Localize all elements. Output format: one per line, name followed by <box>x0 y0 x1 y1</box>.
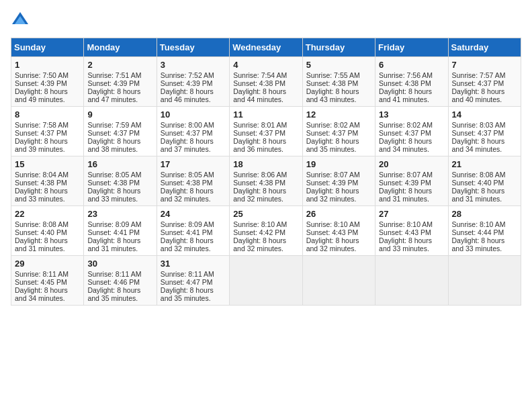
cell-text-line: and 32 minutes. <box>161 244 226 253</box>
cell-text-line: Sunrise: 8:01 AM <box>233 121 298 129</box>
cell-text-line: and 47 minutes. <box>87 95 152 103</box>
cell-text-line: Sunrise: 8:03 AM <box>452 121 517 129</box>
cell-text-line: Sunrise: 8:11 AM <box>15 270 80 278</box>
cell-text-line: and 33 minutes. <box>452 244 517 253</box>
cell-text-line: Sunrise: 8:02 AM <box>306 121 371 129</box>
day-number: 19 <box>306 159 371 169</box>
cell-text-line: Daylight: 8 hours <box>87 87 152 95</box>
calendar-cell: 22Sunrise: 8:08 AMSunset: 4:40 PMDayligh… <box>11 206 84 256</box>
calendar-cell: 4Sunrise: 7:54 AMSunset: 4:38 PMDaylight… <box>230 57 302 107</box>
calendar-cell: 23Sunrise: 8:09 AMSunset: 4:41 PMDayligh… <box>84 206 157 256</box>
calendar-cell: 24Sunrise: 8:09 AMSunset: 4:41 PMDayligh… <box>157 206 229 256</box>
calendar-cell: 3Sunrise: 7:52 AMSunset: 4:39 PMDaylight… <box>157 57 229 107</box>
cell-text-line: Sunset: 4:40 PM <box>452 179 517 187</box>
cell-text-line: and 31 minutes. <box>15 244 80 253</box>
calendar-cell: 30Sunrise: 8:11 AMSunset: 4:46 PMDayligh… <box>84 256 157 306</box>
cell-text-line: Sunset: 4:45 PM <box>15 278 80 286</box>
cell-text-line: Sunset: 4:41 PM <box>87 228 152 236</box>
calendar-week-row: 1Sunrise: 7:50 AMSunset: 4:39 PMDaylight… <box>11 57 521 107</box>
calendar-header-wednesday: Wednesday <box>230 38 302 57</box>
cell-text-line: Sunset: 4:37 PM <box>233 129 298 137</box>
cell-text-line: and 33 minutes. <box>15 195 80 203</box>
day-number: 10 <box>161 109 226 120</box>
cell-text-line: and 37 minutes. <box>161 145 226 153</box>
cell-text-line: and 43 minutes. <box>306 95 371 103</box>
calendar-cell: 12Sunrise: 8:02 AMSunset: 4:37 PMDayligh… <box>302 107 375 156</box>
logo-icon <box>11 11 30 30</box>
cell-text-line: Sunrise: 8:07 AM <box>306 171 371 179</box>
cell-text-line: and 35 minutes. <box>306 145 371 153</box>
cell-text-line: Sunset: 4:38 PM <box>233 79 298 87</box>
calendar-cell: 13Sunrise: 8:02 AMSunset: 4:37 PMDayligh… <box>375 107 448 156</box>
day-number: 28 <box>452 209 517 219</box>
cell-text-line: Sunrise: 8:09 AM <box>87 220 152 228</box>
calendar-cell: 7Sunrise: 7:57 AMSunset: 4:37 PMDaylight… <box>448 57 521 107</box>
calendar-week-row: 15Sunrise: 8:04 AMSunset: 4:38 PMDayligh… <box>11 156 521 206</box>
cell-text-line: and 32 minutes. <box>233 195 298 203</box>
day-number: 7 <box>452 60 517 70</box>
cell-text-line: Sunset: 4:47 PM <box>161 278 226 286</box>
cell-text-line: Sunrise: 8:05 AM <box>161 171 226 179</box>
cell-text-line: Sunset: 4:37 PM <box>15 129 80 137</box>
cell-text-line: Sunrise: 7:52 AM <box>161 71 226 79</box>
day-number: 4 <box>233 60 298 70</box>
cell-text-line: Sunset: 4:39 PM <box>15 79 80 87</box>
cell-text-line: and 34 minutes. <box>452 145 517 153</box>
cell-text-line: Daylight: 8 hours <box>161 286 226 294</box>
cell-text-line: Daylight: 8 hours <box>161 187 226 195</box>
cell-text-line: Sunrise: 8:10 AM <box>379 220 444 228</box>
calendar-cell: 20Sunrise: 8:07 AMSunset: 4:39 PMDayligh… <box>375 156 448 206</box>
cell-text-line: Daylight: 8 hours <box>15 286 80 294</box>
cell-text-line: and 31 minutes. <box>452 195 517 203</box>
calendar-cell: 29Sunrise: 8:11 AMSunset: 4:45 PMDayligh… <box>11 256 84 306</box>
calendar-cell: 31Sunrise: 8:11 AMSunset: 4:47 PMDayligh… <box>157 256 229 306</box>
cell-text-line: Daylight: 8 hours <box>306 187 371 195</box>
cell-text-line: Sunrise: 8:06 AM <box>233 171 298 179</box>
cell-text-line: and 35 minutes. <box>87 294 152 302</box>
cell-text-line: Daylight: 8 hours <box>379 236 444 244</box>
day-number: 15 <box>15 159 80 169</box>
cell-text-line: Daylight: 8 hours <box>379 187 444 195</box>
day-number: 27 <box>379 209 444 219</box>
cell-text-line: Daylight: 8 hours <box>306 137 371 145</box>
cell-text-line: Sunset: 4:39 PM <box>87 79 152 87</box>
cell-text-line: Sunrise: 8:10 AM <box>306 220 371 228</box>
cell-text-line: Sunrise: 8:09 AM <box>161 220 226 228</box>
calendar-cell: 28Sunrise: 8:10 AMSunset: 4:44 PMDayligh… <box>448 206 521 256</box>
cell-text-line: Sunrise: 8:00 AM <box>161 121 226 129</box>
cell-text-line: Daylight: 8 hours <box>379 137 444 145</box>
day-number: 6 <box>379 60 444 70</box>
cell-text-line: Sunrise: 8:10 AM <box>452 220 517 228</box>
day-number: 12 <box>306 109 371 120</box>
cell-text-line: and 34 minutes. <box>15 294 80 302</box>
day-number: 21 <box>452 159 517 169</box>
cell-text-line: Sunrise: 8:08 AM <box>452 171 517 179</box>
day-number: 26 <box>306 209 371 219</box>
cell-text-line: and 40 minutes. <box>452 95 517 103</box>
calendar-cell: 6Sunrise: 7:56 AMSunset: 4:38 PMDaylight… <box>375 57 448 107</box>
cell-text-line: Daylight: 8 hours <box>87 187 152 195</box>
cell-text-line: Sunrise: 8:11 AM <box>87 270 152 278</box>
day-number: 11 <box>233 109 298 120</box>
cell-text-line: Daylight: 8 hours <box>161 87 226 95</box>
day-number: 5 <box>306 60 371 70</box>
calendar-cell: 26Sunrise: 8:10 AMSunset: 4:43 PMDayligh… <box>302 206 375 256</box>
cell-text-line: Daylight: 8 hours <box>15 87 80 95</box>
calendar-cell: 15Sunrise: 8:04 AMSunset: 4:38 PMDayligh… <box>11 156 84 206</box>
cell-text-line: Daylight: 8 hours <box>15 187 80 195</box>
calendar-cell: 8Sunrise: 7:58 AMSunset: 4:37 PMDaylight… <box>11 107 84 156</box>
cell-text-line: and 32 minutes. <box>233 244 298 253</box>
cell-text-line: Daylight: 8 hours <box>233 87 298 95</box>
cell-text-line: and 41 minutes. <box>379 95 444 103</box>
calendar-header-sunday: Sunday <box>11 38 84 57</box>
day-number: 25 <box>233 209 298 219</box>
calendar-header-saturday: Saturday <box>448 38 521 57</box>
calendar-header-friday: Friday <box>375 38 448 57</box>
calendar-cell: 18Sunrise: 8:06 AMSunset: 4:38 PMDayligh… <box>230 156 302 206</box>
calendar-cell: 10Sunrise: 8:00 AMSunset: 4:37 PMDayligh… <box>157 107 229 156</box>
cell-text-line: Daylight: 8 hours <box>452 187 517 195</box>
calendar-cell: 17Sunrise: 8:05 AMSunset: 4:38 PMDayligh… <box>157 156 229 206</box>
cell-text-line: Sunset: 4:38 PM <box>379 79 444 87</box>
calendar-cell: 5Sunrise: 7:55 AMSunset: 4:38 PMDaylight… <box>302 57 375 107</box>
day-number: 16 <box>87 159 152 169</box>
